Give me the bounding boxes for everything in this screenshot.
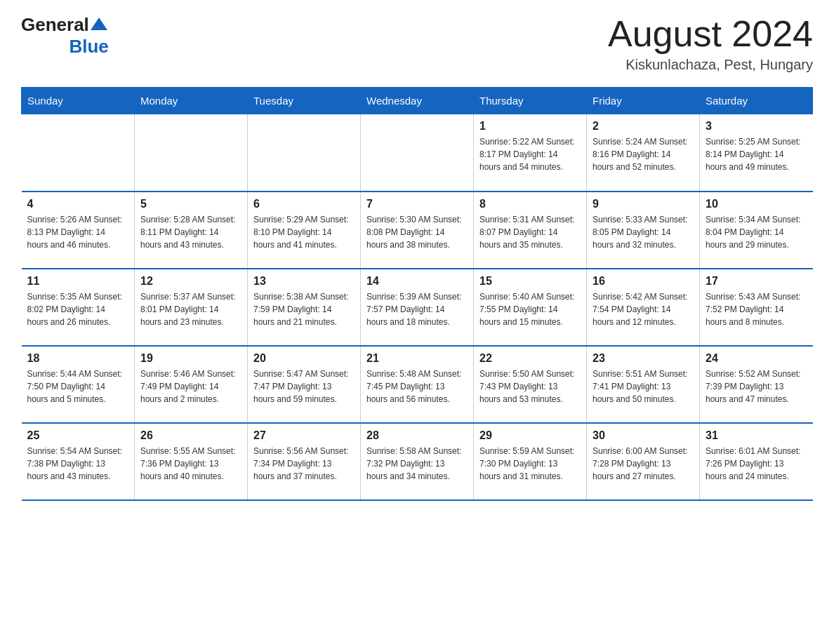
day-info: Sunrise: 5:55 AM Sunset: 7:36 PM Dayligh… — [140, 445, 241, 483]
day-number: 2 — [593, 120, 694, 133]
day-cell: 25Sunrise: 5:54 AM Sunset: 7:38 PM Dayli… — [22, 423, 135, 500]
day-info: Sunrise: 5:37 AM Sunset: 8:01 PM Dayligh… — [140, 290, 241, 328]
day-info: Sunrise: 5:48 AM Sunset: 7:45 PM Dayligh… — [366, 368, 468, 405]
week-row-4: 18Sunrise: 5:44 AM Sunset: 7:50 PM Dayli… — [22, 346, 813, 423]
day-number: 15 — [479, 275, 581, 288]
day-info: Sunrise: 5:24 AM Sunset: 8:16 PM Dayligh… — [593, 135, 694, 173]
day-cell: 1Sunrise: 5:22 AM Sunset: 8:17 PM Daylig… — [474, 114, 587, 192]
logo-blue: Blue — [69, 36, 108, 58]
day-cell: 15Sunrise: 5:40 AM Sunset: 7:55 PM Dayli… — [474, 269, 587, 346]
day-info: Sunrise: 5:44 AM Sunset: 7:50 PM Dayligh… — [27, 368, 129, 405]
day-number: 26 — [140, 429, 241, 442]
day-cell: 2Sunrise: 5:24 AM Sunset: 8:16 PM Daylig… — [587, 114, 700, 192]
day-info: Sunrise: 5:43 AM Sunset: 7:52 PM Dayligh… — [706, 290, 807, 328]
day-headers: SundayMondayTuesdayWednesdayThursdayFrid… — [22, 88, 813, 114]
day-cell: 29Sunrise: 5:59 AM Sunset: 7:30 PM Dayli… — [474, 423, 587, 500]
day-cell: 31Sunrise: 6:01 AM Sunset: 7:26 PM Dayli… — [700, 423, 813, 500]
logo: General Blue — [21, 14, 109, 58]
day-number: 27 — [253, 429, 355, 442]
day-header-tuesday: Tuesday — [248, 88, 361, 114]
day-number: 5 — [140, 198, 241, 210]
day-cell: 16Sunrise: 5:42 AM Sunset: 7:54 PM Dayli… — [587, 269, 700, 346]
day-number: 17 — [706, 275, 807, 288]
day-cell: 7Sunrise: 5:30 AM Sunset: 8:08 PM Daylig… — [361, 192, 474, 269]
day-cell: 19Sunrise: 5:46 AM Sunset: 7:49 PM Dayli… — [135, 346, 248, 423]
day-info: Sunrise: 5:46 AM Sunset: 7:49 PM Dayligh… — [140, 368, 241, 405]
day-number: 3 — [706, 120, 807, 133]
day-cell: 4Sunrise: 5:26 AM Sunset: 8:13 PM Daylig… — [22, 192, 135, 269]
location: Kiskunlachaza, Pest, Hungary — [608, 57, 813, 73]
day-info: Sunrise: 5:59 AM Sunset: 7:30 PM Dayligh… — [479, 445, 581, 483]
week-row-1: 1Sunrise: 5:22 AM Sunset: 8:17 PM Daylig… — [22, 114, 813, 192]
day-number: 21 — [366, 352, 468, 365]
day-number: 29 — [479, 429, 581, 442]
day-cell: 3Sunrise: 5:25 AM Sunset: 8:14 PM Daylig… — [700, 114, 813, 192]
day-cell: 24Sunrise: 5:52 AM Sunset: 7:39 PM Dayli… — [700, 346, 813, 423]
day-info: Sunrise: 5:54 AM Sunset: 7:38 PM Dayligh… — [27, 445, 129, 483]
day-cell: 18Sunrise: 5:44 AM Sunset: 7:50 PM Dayli… — [22, 346, 135, 423]
day-cell: 26Sunrise: 5:55 AM Sunset: 7:36 PM Dayli… — [135, 423, 248, 500]
title-section: August 2024 Kiskunlachaza, Pest, Hungary — [608, 14, 813, 73]
day-cell: 13Sunrise: 5:38 AM Sunset: 7:59 PM Dayli… — [248, 269, 361, 346]
day-number: 22 — [479, 352, 581, 365]
day-header-sunday: Sunday — [22, 88, 135, 114]
day-info: Sunrise: 5:29 AM Sunset: 8:10 PM Dayligh… — [253, 213, 355, 251]
day-info: Sunrise: 5:58 AM Sunset: 7:32 PM Dayligh… — [366, 445, 468, 483]
day-cell: 21Sunrise: 5:48 AM Sunset: 7:45 PM Dayli… — [361, 346, 474, 423]
day-number: 25 — [27, 429, 129, 442]
logo-icon — [89, 15, 109, 34]
day-number: 14 — [366, 275, 468, 288]
day-info: Sunrise: 5:40 AM Sunset: 7:55 PM Dayligh… — [479, 290, 581, 328]
day-header-wednesday: Wednesday — [361, 88, 474, 114]
day-number: 10 — [706, 198, 807, 210]
calendar-table: SundayMondayTuesdayWednesdayThursdayFrid… — [21, 87, 813, 501]
day-number: 11 — [27, 275, 129, 288]
day-number: 30 — [593, 429, 694, 442]
day-number: 23 — [593, 352, 694, 365]
day-header-thursday: Thursday — [474, 88, 587, 114]
day-info: Sunrise: 5:34 AM Sunset: 8:04 PM Dayligh… — [706, 213, 807, 251]
day-number: 19 — [140, 352, 241, 365]
day-cell: 22Sunrise: 5:50 AM Sunset: 7:43 PM Dayli… — [474, 346, 587, 423]
day-cell: 30Sunrise: 6:00 AM Sunset: 7:28 PM Dayli… — [587, 423, 700, 500]
day-cell — [135, 114, 248, 192]
day-info: Sunrise: 5:39 AM Sunset: 7:57 PM Dayligh… — [366, 290, 468, 328]
day-number: 16 — [593, 275, 694, 288]
day-cell: 5Sunrise: 5:28 AM Sunset: 8:11 PM Daylig… — [135, 192, 248, 269]
day-info: Sunrise: 5:47 AM Sunset: 7:47 PM Dayligh… — [253, 368, 355, 405]
logo-text: General Blue — [21, 14, 109, 58]
day-cell: 11Sunrise: 5:35 AM Sunset: 8:02 PM Dayli… — [22, 269, 135, 346]
page-header: General Blue August 2024 Kiskunlachaza, … — [21, 14, 813, 73]
day-info: Sunrise: 5:30 AM Sunset: 8:08 PM Dayligh… — [366, 213, 468, 251]
day-header-saturday: Saturday — [700, 88, 813, 114]
day-number: 6 — [253, 198, 355, 210]
day-number: 28 — [366, 429, 468, 442]
day-number: 4 — [27, 198, 129, 210]
day-info: Sunrise: 5:22 AM Sunset: 8:17 PM Dayligh… — [479, 135, 581, 173]
week-row-2: 4Sunrise: 5:26 AM Sunset: 8:13 PM Daylig… — [22, 192, 813, 269]
day-number: 12 — [140, 275, 241, 288]
day-number: 9 — [593, 198, 694, 210]
day-info: Sunrise: 5:50 AM Sunset: 7:43 PM Dayligh… — [479, 368, 581, 405]
logo-general: General — [21, 14, 89, 36]
day-cell: 8Sunrise: 5:31 AM Sunset: 8:07 PM Daylig… — [474, 192, 587, 269]
day-cell: 10Sunrise: 5:34 AM Sunset: 8:04 PM Dayli… — [700, 192, 813, 269]
day-info: Sunrise: 5:28 AM Sunset: 8:11 PM Dayligh… — [140, 213, 241, 251]
day-number: 1 — [479, 120, 581, 133]
day-cell: 23Sunrise: 5:51 AM Sunset: 7:41 PM Dayli… — [587, 346, 700, 423]
day-cell: 28Sunrise: 5:58 AM Sunset: 7:32 PM Dayli… — [361, 423, 474, 500]
day-info: Sunrise: 5:56 AM Sunset: 7:34 PM Dayligh… — [253, 445, 355, 483]
day-number: 13 — [253, 275, 355, 288]
svg-marker-0 — [91, 18, 107, 30]
day-cell — [22, 114, 135, 192]
week-row-5: 25Sunrise: 5:54 AM Sunset: 7:38 PM Dayli… — [22, 423, 813, 500]
day-number: 7 — [366, 198, 468, 210]
day-cell: 12Sunrise: 5:37 AM Sunset: 8:01 PM Dayli… — [135, 269, 248, 346]
day-header-friday: Friday — [587, 88, 700, 114]
day-info: Sunrise: 5:52 AM Sunset: 7:39 PM Dayligh… — [706, 368, 807, 405]
day-cell: 14Sunrise: 5:39 AM Sunset: 7:57 PM Dayli… — [361, 269, 474, 346]
day-number: 31 — [706, 429, 807, 442]
day-info: Sunrise: 5:33 AM Sunset: 8:05 PM Dayligh… — [593, 213, 694, 251]
day-info: Sunrise: 5:25 AM Sunset: 8:14 PM Dayligh… — [706, 135, 807, 173]
day-info: Sunrise: 5:35 AM Sunset: 8:02 PM Dayligh… — [27, 290, 129, 328]
